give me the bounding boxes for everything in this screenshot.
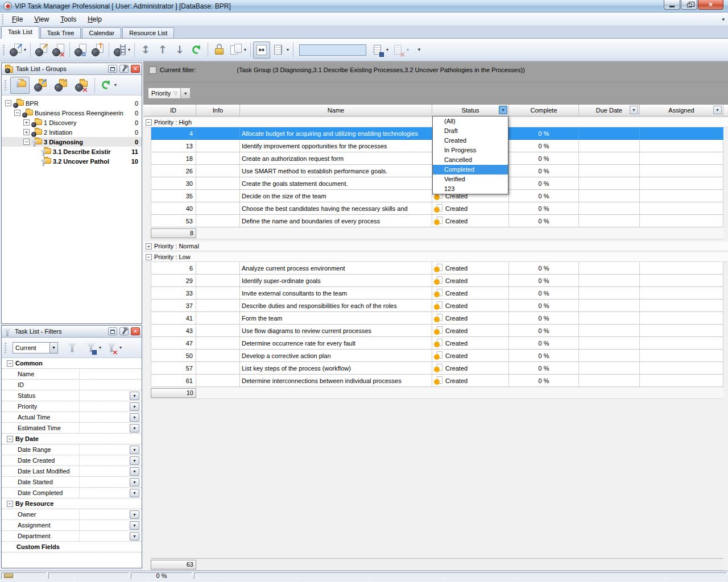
tree-node-3-1-describe-existir[interactable]: 3.1 Describe Existir11 [2,147,142,156]
tree-node-1-discovery[interactable]: +1 Discovery0 [2,118,142,127]
filter-field-value[interactable] [79,531,130,541]
task-row[interactable]: 37Describe duties and responsibilities f… [151,300,723,312]
panel-pin-button[interactable] [119,65,129,73]
tree-expander-minus-icon[interactable]: − [5,100,11,106]
status-option-draft[interactable]: Draft [433,126,508,136]
current-filter-checkbox[interactable] [149,66,156,74]
panel-restore-button[interactable] [108,65,117,73]
filter-field-value[interactable] [79,509,130,519]
filter-field-value[interactable] [79,444,130,455]
copy-paste-button[interactable]: ▾ [228,41,248,59]
filter-preset-combobox[interactable]: Current ▼ [13,342,58,354]
group-by-dropdown-button[interactable]: ▼ [181,88,191,99]
column-chooser-button[interactable]: ▾ [270,41,291,59]
tab-task-tree[interactable]: Task Tree [40,27,81,38]
save-filter-button[interactable]: ▾ [83,339,102,356]
toolbar-overflow-button[interactable]: ▾ [411,41,428,59]
tree-node-3-2-uncover-pathol[interactable]: 3.2 Uncover Pathol10 [2,156,142,166]
status-option-verified[interactable]: Verified [433,174,508,184]
panel-close-button[interactable]: × [131,327,140,335]
filter-field-value[interactable] [79,412,130,422]
tree-node-3-diagnosing[interactable]: −3 Diagnosing0 [2,137,142,147]
filter-field-value[interactable] [79,488,130,498]
task-row[interactable]: 53Define the name and boundaries of ever… [151,215,723,227]
menu-tools[interactable]: Tools [55,13,82,26]
filter-field-dropdown-button[interactable]: ▼ [130,532,139,541]
column-header-info[interactable]: Info [196,105,240,116]
tab-calendar[interactable]: Calendar [82,27,121,38]
section-expander-minus-icon[interactable]: − [7,436,13,442]
search-input[interactable] [299,44,366,56]
filter-field-value[interactable] [79,455,130,465]
new-task-button[interactable]: ▾ [7,41,28,59]
clear-filter-button[interactable]: ×▾ [104,339,123,356]
task-row[interactable]: 40Choose the best candidates having the … [151,202,723,215]
delete-task-button[interactable]: × [50,41,67,59]
group-header-priority-normal[interactable]: +Priority : Normal [143,242,728,251]
group-header-priority-low[interactable]: −Priority : Low [143,252,728,262]
group-expander-plus-icon[interactable]: + [146,243,152,250]
tree-expander-plus-icon[interactable]: + [23,119,30,126]
filter-by-group-button[interactable] [10,77,30,94]
filter-section-by-resource[interactable]: −By Resource [2,498,142,509]
panel-restore-button[interactable] [108,327,117,335]
filter-field-value[interactable] [79,401,130,411]
menu-view[interactable]: View [28,13,55,26]
filter-field-value[interactable] [79,380,142,390]
column-header-complete[interactable]: Complete [509,105,579,116]
filter-field-dropdown-button[interactable]: ▼ [130,521,139,530]
filter-field-dropdown-button[interactable]: ▼ [130,413,139,422]
tree-node-business-process-reengineerin[interactable]: −Business Process Reengineerin0 [2,108,142,118]
edit-task-button[interactable] [33,41,50,59]
filter-section-common[interactable]: −Common [2,358,142,369]
task-row[interactable]: 43Use flow diagrams to review current pr… [151,325,723,337]
permissions-button[interactable] [210,41,228,59]
section-expander-minus-icon[interactable]: − [7,360,13,367]
edit-group-button[interactable] [51,77,71,94]
tab-task-list[interactable]: Task List [1,26,39,39]
task-row[interactable]: 33Invite external consultants to the tea… [151,287,723,300]
task-row[interactable]: 61Determine interconnections between ind… [151,375,723,387]
filter-field-dropdown-button[interactable]: ▼ [130,510,139,519]
panel-pin-button[interactable] [119,327,129,335]
tree-node-2-initiation[interactable]: +2 Initiation0 [2,127,142,137]
filter-field-value[interactable] [79,423,130,433]
column-header-id[interactable]: ID [151,105,196,116]
filter-field-dropdown-button[interactable]: ▼ [130,446,139,454]
task-priority-button[interactable]: ↑ [89,41,106,59]
task-row[interactable]: 29Identify super-ordinate goalsCreated0 … [151,275,723,287]
filter-field-value[interactable] [79,477,130,487]
close-button[interactable]: × [698,0,723,10]
filter-field-dropdown-button[interactable]: ▼ [130,478,139,487]
column-filter-button-assigned[interactable]: ▼ [713,106,722,114]
refresh-button[interactable] [188,41,205,59]
task-info-button[interactable]: ≡ [72,41,89,59]
column-header-assigned[interactable]: Assigned▼ [640,105,723,116]
filter-field-value[interactable] [79,390,130,401]
section-expander-minus-icon[interactable]: − [7,501,13,507]
minimize-button[interactable] [664,0,680,10]
delete-group-button[interactable]: × [72,77,91,94]
column-filter-button-status[interactable]: ▼ [499,106,507,114]
column-header-status[interactable]: Status▼ [432,105,509,116]
move-down-button[interactable]: ↓ [171,41,188,59]
filter-field-dropdown-button[interactable]: ▼ [130,402,139,411]
delete-view-button[interactable]: ×▾ [390,41,411,59]
menu-file[interactable]: File [6,13,28,26]
filter-field-value[interactable] [79,466,130,476]
task-row[interactable]: 6Analyze current process environmentCrea… [151,262,723,275]
fit-columns-button[interactable]: ↔ [253,41,270,59]
column-header-due-date[interactable]: Due Date▼ [579,105,640,116]
tree-expander-minus-icon[interactable]: − [23,139,30,145]
filter-section-by-date[interactable]: −By Date [2,434,142,444]
task-row[interactable]: 41Form the teamCreated0 % [151,312,723,325]
filter-field-dropdown-button[interactable]: ▼ [130,489,139,497]
group-expander-minus-icon[interactable]: − [146,119,152,126]
status-option-123[interactable]: 123 [433,184,508,194]
group-expander-minus-icon[interactable]: − [146,254,152,260]
status-option-completed[interactable]: Completed [433,165,508,174]
move-up-button[interactable]: ↑ [154,41,171,59]
status-option-in-progress[interactable]: In Progress [433,146,508,155]
filter-field-value[interactable] [79,520,130,530]
status-option-all[interactable]: (All) [433,117,508,126]
